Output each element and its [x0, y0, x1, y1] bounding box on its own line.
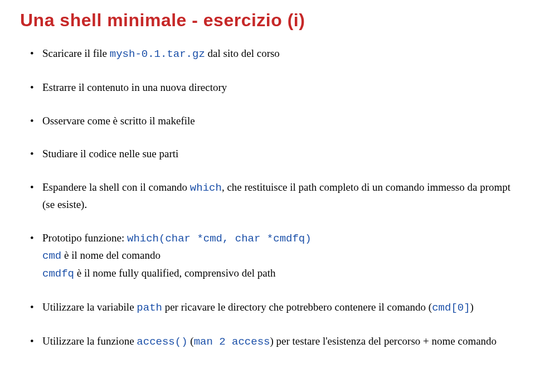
code-filename: mysh-0.1.tar.gz — [110, 48, 205, 60]
bullet-list: Scaricare il file mysh-0.1.tar.gz dal si… — [20, 45, 515, 351]
text: Utilizzare la variabile — [42, 301, 137, 313]
code-arg: cmd — [42, 250, 61, 262]
subline: cmd è il nome del comando — [42, 247, 515, 264]
code-prototype: which(char *cmd, char *cmdfq) — [127, 233, 312, 245]
text: Utilizzare la funzione — [42, 335, 137, 347]
sublines: cmd è il nome del comando cmdfq è il nom… — [42, 247, 515, 282]
bullet-item: Estrarre il contenuto in una nuova direc… — [30, 79, 515, 95]
text: Prototipo funzione: — [42, 232, 127, 244]
bullet-item: Studiare il codice nelle sue parti — [30, 146, 515, 162]
bullet-item: Scaricare il file mysh-0.1.tar.gz dal si… — [30, 45, 515, 62]
code-expr: cmd[0] — [432, 302, 470, 314]
code-func: access() — [137, 336, 187, 348]
text: Osservare come è scritto il makefile — [42, 115, 195, 127]
text: per ricavare le directory che potrebbero… — [162, 301, 432, 313]
text: ) per testare l'esistenza del percorso +… — [270, 335, 497, 347]
text: ) — [470, 301, 474, 313]
text: ( — [188, 335, 194, 347]
bullet-item: Osservare come è scritto il makefile — [30, 113, 515, 129]
bullet-item: Utilizzare la variabile path per ricavar… — [30, 299, 515, 316]
code-arg: cmdfq — [42, 268, 74, 280]
text: Estrarre il contenuto in una nuova direc… — [42, 81, 227, 93]
text: Espandere la shell con il comando — [42, 181, 190, 193]
text: Studiare il codice nelle sue parti — [42, 148, 178, 159]
bullet-item: Utilizzare la funzione access() (man 2 a… — [30, 333, 515, 350]
slide: Una shell minimale - esercizio (i) Scari… — [0, 0, 535, 362]
page-title: Una shell minimale - esercizio (i) — [20, 10, 515, 31]
text: Scaricare il file — [42, 47, 110, 59]
code-command: which — [190, 182, 222, 194]
text: è il nome del comando — [61, 249, 160, 261]
bullet-item: Espandere la shell con il comando which,… — [30, 179, 515, 213]
text: dal sito del corso — [205, 47, 280, 59]
code-man: man 2 access — [194, 336, 270, 348]
subline: cmdfq è il nome fully qualified, compren… — [42, 265, 515, 282]
code-variable: path — [137, 302, 162, 314]
bullet-item: Prototipo funzione: which(char *cmd, cha… — [30, 230, 515, 282]
text: è il nome fully qualified, comprensivo d… — [74, 267, 275, 279]
